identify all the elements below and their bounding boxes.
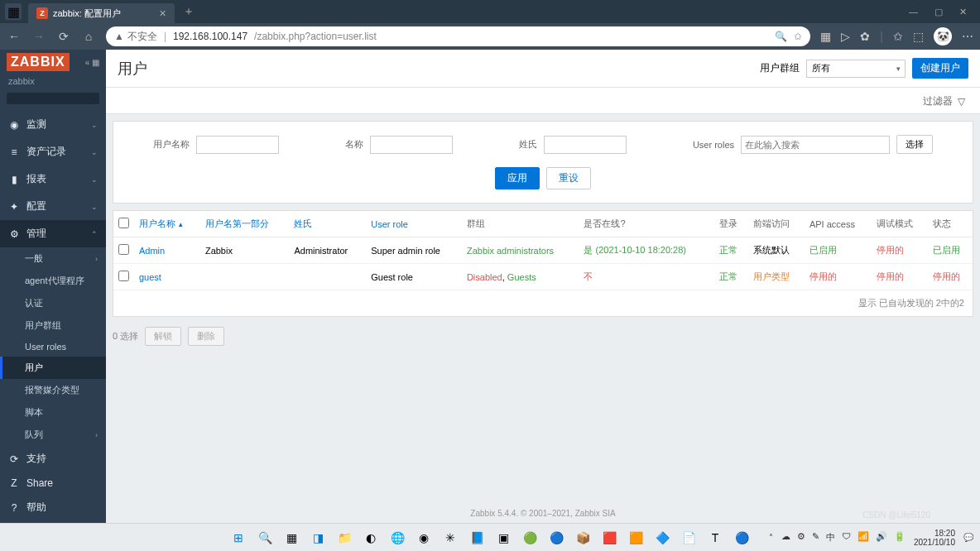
tray-expand-icon[interactable]: ˄: [769, 533, 773, 542]
column-header[interactable]: 状态: [928, 211, 973, 237]
tray-icon[interactable]: ⚙: [797, 531, 805, 544]
forward-button[interactable]: →: [31, 30, 46, 43]
app-icon-3[interactable]: ▣: [492, 527, 514, 549]
home-button[interactable]: ⌂: [81, 30, 96, 43]
app-icon-8[interactable]: 🔷: [651, 527, 673, 549]
virtualbox-icon[interactable]: 📦: [572, 527, 593, 549]
taskview-button[interactable]: ▦: [281, 527, 302, 549]
clock[interactable]: 18:20 2021/10/10: [914, 529, 955, 547]
create-user-button[interactable]: 创建用户: [912, 58, 968, 79]
maximize-button[interactable]: ▢: [934, 7, 943, 17]
menu-icon[interactable]: ⋯: [962, 30, 973, 43]
sidebar-bottom-item[interactable]: ZShare: [0, 472, 106, 495]
tray-icon[interactable]: ☁: [781, 531, 790, 544]
bookmark-icon[interactable]: ✩: [794, 31, 802, 42]
sidebar-sub-item[interactable]: 用户: [0, 357, 106, 379]
browser-tab[interactable]: Z zabbix: 配置用户 ✕: [28, 3, 175, 23]
filter-alias-input[interactable]: [196, 136, 279, 154]
security-indicator[interactable]: ▲ 不安全: [114, 30, 157, 44]
filter-roles-input[interactable]: [741, 136, 890, 154]
profile-avatar[interactable]: 🐼: [934, 27, 952, 46]
apply-button[interactable]: 应用: [495, 167, 540, 189]
sidebar-sub-item[interactable]: 用户群组: [0, 314, 106, 337]
sidebar-bottom-item[interactable]: ?帮助: [0, 495, 106, 520]
steam-icon[interactable]: ◐: [360, 527, 382, 549]
app-icon-4[interactable]: 🟢: [519, 527, 540, 549]
sidebar-sub-item[interactable]: 队列›: [0, 424, 106, 446]
filter-name-input[interactable]: [370, 136, 453, 154]
search-in-page-icon[interactable]: 🔍: [775, 31, 787, 42]
filter-tab[interactable]: 过滤器 ▽: [915, 88, 973, 113]
delete-button[interactable]: 删除: [188, 327, 224, 346]
column-header[interactable]: 调试模式: [872, 211, 928, 237]
tray-icon[interactable]: ✎: [812, 531, 819, 544]
collections-icon[interactable]: ⬚: [913, 30, 924, 43]
row-checkbox[interactable]: [118, 244, 129, 255]
explorer-icon[interactable]: 📁: [334, 527, 355, 549]
logo[interactable]: ZABBIX: [7, 53, 70, 71]
sidebar-sub-item[interactable]: 脚本: [0, 401, 106, 424]
favorites-icon[interactable]: ✩: [893, 30, 903, 43]
battery-icon[interactable]: 🔋: [894, 531, 906, 544]
search-button[interactable]: 🔍: [254, 527, 276, 549]
column-header[interactable]: User role: [366, 211, 462, 237]
reset-button[interactable]: 重设: [546, 167, 591, 189]
sidebar-sub-item[interactable]: 报警媒介类型: [0, 379, 106, 401]
ime-icon[interactable]: 中: [826, 531, 835, 544]
column-header[interactable]: 前端访问: [748, 211, 805, 237]
column-header[interactable]: 用户名称 ▲: [134, 211, 200, 237]
volume-icon[interactable]: 🔊: [876, 531, 887, 544]
row-checkbox[interactable]: [118, 271, 129, 281]
app-icon-2[interactable]: 📘: [466, 527, 488, 549]
chrome-icon[interactable]: ◉: [413, 527, 435, 549]
nav-config[interactable]: ✦配置⌄: [0, 193, 106, 220]
app-icon-1[interactable]: ✳: [440, 527, 461, 549]
filter-surname-input[interactable]: [544, 136, 627, 154]
group-link[interactable]: Disabled: [467, 272, 502, 282]
close-button[interactable]: ✕: [959, 7, 967, 17]
back-button[interactable]: ←: [7, 30, 22, 43]
app-icon-5[interactable]: 🔵: [545, 527, 567, 549]
select-roles-button[interactable]: 选择: [896, 135, 933, 154]
ext-icon-1[interactable]: ▦: [820, 30, 831, 43]
ext-icon-3[interactable]: ✿: [860, 30, 870, 43]
address-bar[interactable]: ▲ 不安全 | 192.168.100.147/zabbix.php?actio…: [106, 26, 810, 46]
widgets-button[interactable]: ◨: [307, 527, 329, 549]
app-icon-6[interactable]: 🟥: [598, 527, 620, 549]
column-header[interactable]: API access: [805, 211, 872, 237]
user-alias-link[interactable]: guest: [139, 272, 161, 282]
group-link[interactable]: Zabbix administrators: [467, 246, 554, 256]
minimize-button[interactable]: —: [909, 7, 918, 17]
tab-group-icon[interactable]: ▦: [5, 3, 22, 20]
app-icon-11[interactable]: 🔵: [731, 527, 752, 549]
sidebar-sub-item[interactable]: agent代理程序: [0, 270, 106, 292]
sidebar-collapse-icon[interactable]: « ▦: [85, 58, 99, 67]
nav-reports[interactable]: ▮报表⌄: [0, 165, 106, 193]
app-icon-7[interactable]: 🟧: [625, 527, 646, 549]
app-icon-10[interactable]: T: [704, 527, 726, 549]
wifi-icon[interactable]: 📶: [858, 531, 869, 544]
tab-close-icon[interactable]: ✕: [159, 8, 166, 19]
notifications-icon[interactable]: 💬: [963, 533, 973, 542]
edge-icon[interactable]: 🌐: [387, 527, 408, 549]
column-header[interactable]: 群组: [462, 211, 579, 237]
sidebar-sub-item[interactable]: 一般›: [0, 247, 106, 270]
nav-monitoring[interactable]: ◉监测⌄: [0, 111, 106, 138]
nav-admin[interactable]: ⚙管理⌃: [0, 220, 106, 247]
group-select[interactable]: 所有: [806, 60, 906, 78]
column-header[interactable]: 登录: [714, 211, 748, 237]
column-header[interactable]: 姓氏: [289, 211, 366, 237]
new-tab-button[interactable]: ＋: [183, 4, 195, 19]
user-alias-link[interactable]: Admin: [139, 246, 165, 256]
tray-icon[interactable]: 🛡: [842, 531, 851, 544]
column-header[interactable]: 是否在线?: [579, 211, 714, 237]
ext-icon-2[interactable]: ▷: [841, 30, 850, 43]
select-all-checkbox[interactable]: [118, 218, 129, 228]
refresh-button[interactable]: ⟳: [56, 30, 71, 43]
unlock-button[interactable]: 解锁: [145, 327, 181, 346]
sidebar-sub-item[interactable]: User roles: [0, 337, 106, 357]
sidebar-sub-item[interactable]: 认证: [0, 292, 106, 314]
sidebar-search[interactable]: 🔍: [7, 93, 99, 104]
start-button[interactable]: ⊞: [228, 527, 249, 549]
nav-inventory[interactable]: ≡资产记录⌄: [0, 138, 106, 165]
